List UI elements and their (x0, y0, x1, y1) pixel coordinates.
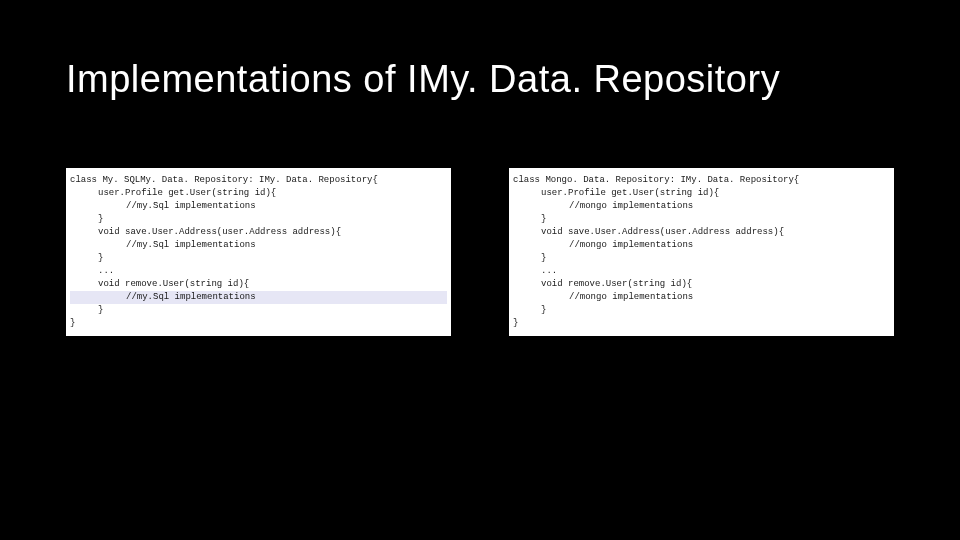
code-line: } (70, 317, 447, 330)
code-line: class Mongo. Data. Repository: IMy. Data… (513, 174, 890, 187)
code-line: void remove.User(string id){ (70, 278, 447, 291)
code-line: //my.Sql implementations (70, 200, 447, 213)
code-line: void remove.User(string id){ (513, 278, 890, 291)
code-panel-left: class My. SQLMy. Data. Repository: IMy. … (66, 168, 451, 336)
code-line: } (70, 304, 447, 317)
code-line: ... (513, 265, 890, 278)
code-line: class My. SQLMy. Data. Repository: IMy. … (70, 174, 447, 187)
code-row: class My. SQLMy. Data. Repository: IMy. … (66, 168, 894, 336)
code-line: //mongo implementations (513, 239, 890, 252)
code-line: void save.User.Address(user.Address addr… (513, 226, 890, 239)
code-line: } (513, 304, 890, 317)
code-line: } (513, 252, 890, 265)
code-line: void save.User.Address(user.Address addr… (70, 226, 447, 239)
code-line: user.Profile get.User(string id){ (513, 187, 890, 200)
code-line: } (70, 252, 447, 265)
code-line-highlight: //my.Sql implementations (70, 291, 447, 304)
code-line: } (513, 317, 890, 330)
slide: Implementations of IMy. Data. Repository… (0, 0, 960, 540)
code-line: ... (70, 265, 447, 278)
code-line: } (513, 213, 890, 226)
code-line: } (70, 213, 447, 226)
code-line: //my.Sql implementations (70, 239, 447, 252)
slide-title: Implementations of IMy. Data. Repository (66, 58, 780, 101)
code-panel-right: class Mongo. Data. Repository: IMy. Data… (509, 168, 894, 336)
code-line: //mongo implementations (513, 291, 890, 304)
code-line: user.Profile get.User(string id){ (70, 187, 447, 200)
code-line: //mongo implementations (513, 200, 890, 213)
